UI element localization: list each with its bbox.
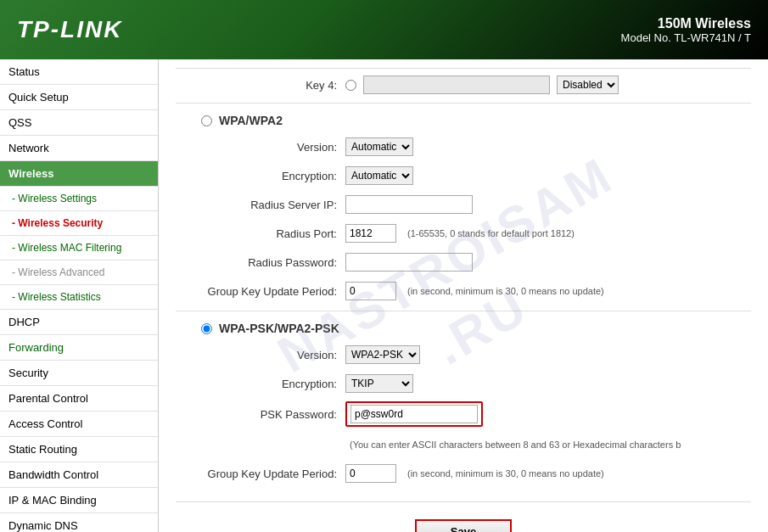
sidebar-item-ip-mac-binding[interactable]: IP & MAC Binding [0, 488, 158, 513]
sidebar-item-quicksetup[interactable]: Quick Setup [0, 85, 158, 110]
wpa-group-key-input[interactable] [345, 282, 396, 300]
wpa-version-label: Version: [176, 141, 345, 154]
wpa-version-select[interactable]: Automatic WPA WPA2 [345, 137, 413, 156]
psk-password-input[interactable] [350, 405, 478, 423]
wpapsk-encryption-label: Encryption: [176, 378, 345, 390]
sidebar-item-parental-control[interactable]: Parental Control [0, 386, 158, 412]
sidebar-item-access-control[interactable]: Access Control [0, 412, 158, 437]
main-layout: Status Quick Setup QSS Network Wireless … [0, 59, 768, 532]
wpapsk-section-label: WPA-PSK/WPA2-PSK [219, 322, 339, 335]
wpa-encryption-row: Encryption: Automatic TKIP AES [176, 165, 751, 187]
wpapsk-group-key-label: Group Key Update Period: [176, 468, 345, 480]
model-info: 150M Wireless Model No. TL-WR741N / T [621, 16, 751, 44]
save-button[interactable]: Save [415, 519, 512, 532]
wpapsk-version-select[interactable]: Automatic WPA-PSK WPA2-PSK [345, 345, 420, 364]
sidebar: Status Quick Setup QSS Network Wireless … [0, 59, 159, 532]
radius-password-input[interactable] [345, 253, 473, 272]
radius-port-hint: (1-65535, 0 stands for default port 1812… [407, 228, 575, 238]
radius-ip-controls [345, 195, 473, 214]
wpapsk-encryption-select[interactable]: Automatic TKIP AES [345, 374, 413, 393]
psk-password-row: PSK Password: [176, 401, 751, 427]
sidebar-item-forwarding[interactable]: Forwarding [0, 335, 158, 361]
psk-password-highlight [345, 401, 483, 427]
wpapsk-version-label: Version: [176, 349, 345, 361]
wpa-encryption-controls: Automatic TKIP AES [345, 166, 413, 185]
key4-row: Key 4: Disabled 64bit 128bit 152bit [176, 68, 751, 94]
wpapsk-encryption-row: Encryption: Automatic TKIP AES [176, 372, 751, 395]
psk-hint-row: (You can enter ASCII characters between … [176, 434, 751, 456]
sidebar-item-dhcp[interactable]: DHCP [0, 310, 158, 335]
sidebar-item-security[interactable]: Security [0, 361, 158, 386]
content-area: NASTROISAM.RU Key 4: Disabled 64bit 128b… [159, 59, 768, 532]
sidebar-item-qss[interactable]: QSS [0, 110, 158, 136]
radius-password-label: Radius Password: [176, 256, 345, 269]
sidebar-item-bandwidth-control[interactable]: Bandwidth Control [0, 462, 158, 488]
wpapsk-group-key-row: Group Key Update Period: (in second, min… [176, 462, 751, 484]
logo: TP-LINK [17, 16, 122, 43]
sidebar-item-wireless-security[interactable]: - Wireless Security [0, 211, 158, 236]
key4-controls: Disabled 64bit 128bit 152bit [345, 76, 619, 94]
wpapsk-version-controls: Automatic WPA-PSK WPA2-PSK [345, 345, 420, 364]
wpapsk-encryption-controls: Automatic TKIP AES [345, 374, 413, 393]
sidebar-item-status[interactable]: Status [0, 59, 158, 85]
product-name: 150M Wireless [621, 16, 751, 31]
wpa-group-key-controls: (in second, minimum is 30, 0 means no up… [345, 282, 604, 300]
wpapsk-group-key-hint: (in second, minimum is 30, 0 means no up… [407, 468, 604, 479]
radius-ip-label: Radius Server IP: [176, 199, 345, 211]
sidebar-item-wireless-statistics[interactable]: - Wireless Statistics [0, 285, 158, 310]
wpapsk-group-key-controls: (in second, minimum is 30, 0 means no up… [345, 464, 604, 483]
wpa-version-controls: Automatic WPA WPA2 [345, 137, 413, 156]
key4-select[interactable]: Disabled 64bit 128bit 152bit [557, 76, 619, 94]
radius-port-input[interactable] [345, 224, 396, 243]
radius-password-controls [345, 253, 473, 272]
sidebar-item-dynamic-dns[interactable]: Dynamic DNS [0, 513, 158, 532]
radius-port-controls: (1-65535, 0 stands for default port 1812… [345, 224, 575, 243]
wpa-radio[interactable] [201, 115, 212, 126]
wpapsk-group-key-input[interactable] [345, 464, 396, 483]
key4-label: Key 4: [176, 79, 345, 92]
content-inner: NASTROISAM.RU Key 4: Disabled 64bit 128b… [159, 59, 768, 532]
sidebar-item-wireless[interactable]: Wireless [0, 161, 158, 187]
wpa-section-label: WPA/WPA2 [219, 114, 283, 127]
radius-ip-input[interactable] [345, 195, 473, 214]
sidebar-item-static-routing[interactable]: Static Routing [0, 437, 158, 462]
sidebar-item-wireless-advanced[interactable]: - Wireless Advanced [0, 260, 158, 285]
sidebar-item-wireless-settings[interactable]: - Wireless Settings [0, 187, 158, 211]
model-number: Model No. TL-WR741N / T [621, 31, 751, 44]
psk-hint-area: (You can enter ASCII characters between … [345, 440, 681, 450]
key4-radio[interactable] [345, 80, 356, 91]
wpapsk-section-header: WPA-PSK/WPA2-PSK [201, 322, 751, 335]
sidebar-item-wireless-mac-filtering[interactable]: - Wireless MAC Filtering [0, 236, 158, 260]
radius-ip-row: Radius Server IP: [176, 193, 751, 216]
wpapsk-radio[interactable] [201, 323, 212, 334]
psk-password-label: PSK Password: [176, 408, 345, 421]
key4-text-input[interactable] [363, 76, 550, 94]
wpapsk-version-row: Version: Automatic WPA-PSK WPA2-PSK [176, 344, 751, 366]
wpa-group-key-hint: (in second, minimum is 30, 0 means no up… [407, 286, 604, 296]
radius-port-row: Radius Port: (1-65535, 0 stands for defa… [176, 222, 751, 244]
wpa-encryption-select[interactable]: Automatic TKIP AES [345, 166, 413, 185]
radius-port-label: Radius Port: [176, 227, 345, 240]
header: TP-LINK 150M Wireless Model No. TL-WR741… [0, 0, 768, 59]
radius-password-row: Radius Password: [176, 251, 751, 273]
psk-password-controls [345, 401, 483, 427]
wpa-group-key-row: Group Key Update Period: (in second, min… [176, 280, 751, 302]
psk-hint-text: (You can enter ASCII characters between … [350, 440, 681, 450]
wpa-group-key-label: Group Key Update Period: [176, 285, 345, 298]
wpa-section-header: WPA/WPA2 [201, 114, 751, 127]
save-section: Save [176, 519, 751, 532]
sidebar-item-network[interactable]: Network [0, 136, 158, 161]
wpa-version-row: Version: Automatic WPA WPA2 [176, 136, 751, 158]
wpa-encryption-label: Encryption: [176, 170, 345, 182]
